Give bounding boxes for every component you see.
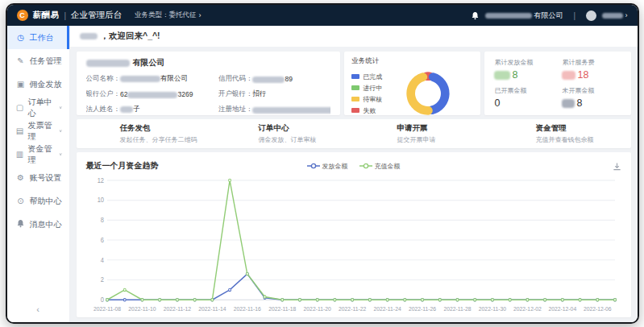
sidebar-item-funds[interactable]: ▥资金管理∨ [7, 143, 69, 166]
legend-swatch [351, 97, 359, 101]
stat-label: 累计发放金额 [494, 58, 562, 67]
legend-label: 发放金额 [322, 162, 348, 171]
legend-swatch [351, 74, 359, 79]
redacted-text [562, 71, 575, 80]
quick-action-title: 任务发包 [120, 123, 215, 134]
company-field-value: 有限公司 [120, 74, 188, 84]
redacted-text [86, 60, 130, 67]
brand-name: 薪酬易 [33, 10, 60, 21]
company-field-label: 信用代码： [218, 74, 253, 84]
sidebar-item-bell[interactable]: 消息中心 [7, 213, 69, 236]
header-divider: | [64, 11, 67, 20]
svg-text:12: 12 [97, 176, 103, 184]
stat-value: 18 [562, 69, 621, 81]
sidebar-item-orders[interactable]: ▢订单中心∨ [7, 96, 69, 119]
quick-action-desc: 发起任务、分享任务二维码 [120, 135, 215, 144]
svg-text:6: 6 [100, 236, 104, 243]
app-window: C 薪酬易 | 企业管理后台 业务类型：委托代征 › 有限公司 | › ◷工作台… [6, 3, 639, 324]
svg-text:2022-11-14: 2022-11-14 [198, 305, 226, 312]
funds-trend-card: 最近一个月资金趋势 发放金额充值金额 0246810122022-11-0820… [77, 152, 631, 317]
donut-legend-item[interactable]: 待审核 [351, 95, 382, 104]
settings-icon: ⚙ [16, 173, 26, 182]
welcome-banner: ，欢迎回来^_^! [70, 26, 638, 47]
stat-累计服务费: 累计服务费18 [562, 58, 621, 81]
bell-icon[interactable] [471, 11, 480, 20]
svg-text:8: 8 [100, 217, 104, 224]
svg-text:2022-11-28: 2022-11-28 [443, 305, 471, 312]
sidebar-item-help[interactable]: ⊙帮助中心 [7, 189, 69, 213]
bell-icon [16, 219, 26, 230]
chevron-right-icon: › [199, 11, 202, 19]
quick-actions: 任务发包发起任务、分享任务二维码订单中心佣金发放、订单审核申请开票提交开票申请资… [77, 119, 631, 148]
sidebar-item-settings[interactable]: ⚙账号设置 [7, 166, 69, 189]
quick-action-desc: 提交开票申请 [397, 135, 492, 144]
sidebar-item-label: 佣金发放 [30, 79, 62, 90]
header-company[interactable]: 有限公司 [485, 10, 563, 21]
redacted-text [562, 99, 575, 108]
donut-legend-item[interactable]: 进行中 [351, 84, 382, 93]
company-field-label: 注册地址： [218, 105, 253, 114]
svg-text:2022-12-06: 2022-12-06 [583, 305, 611, 312]
avatar[interactable] [586, 10, 596, 21]
legend-label: 待审核 [363, 95, 382, 104]
sidebar-item-workbench[interactable]: ◷工作台 [7, 26, 69, 49]
main-content: ，欢迎回来^_^! 有限公司 公司名称：有限公司信用代码：89银行公户：6232… [70, 26, 638, 322]
svg-text:2022-11-26: 2022-11-26 [408, 305, 435, 312]
sidebar-item-label: 任务管理 [30, 56, 62, 67]
legend-swatch [351, 108, 359, 113]
line-legend-item[interactable]: 发放金额 [307, 162, 348, 171]
quick-action-title: 申请开票 [397, 123, 492, 134]
sidebar-item-invoice[interactable]: ▤发票管理∨ [7, 119, 69, 143]
svg-text:2022-11-22: 2022-11-22 [339, 305, 366, 312]
quick-action-funds-management[interactable]: 资金管理充值并查看钱包余额 [492, 123, 631, 144]
download-icon[interactable] [613, 162, 621, 171]
commission-icon: ▣ [16, 80, 26, 89]
business-type-selector[interactable]: 业务类型：委托代征 › [135, 10, 202, 20]
workbench-icon: ◷ [16, 33, 26, 42]
redacted-text [494, 71, 510, 80]
donut-legend-item[interactable]: 失败 [351, 106, 382, 115]
welcome-text: ，欢迎回来^_^! [101, 31, 160, 42]
svg-text:2022-12-04: 2022-12-04 [548, 305, 576, 312]
legend-label: 已完成 [363, 72, 382, 81]
chevron-right-icon: › [625, 11, 628, 19]
quick-action-task-dispatch[interactable]: 任务发包发起任务、分享任务二维码 [77, 123, 215, 144]
user-menu[interactable]: › [602, 11, 628, 19]
company-info-card: 有限公司 公司名称：有限公司信用代码：89银行公户：623269开户银行：招行法… [77, 52, 341, 115]
quick-action-title: 订单中心 [259, 123, 354, 134]
redacted-text [485, 13, 532, 19]
company-field-label: 法人姓名： [86, 105, 121, 114]
quick-action-apply-invoice[interactable]: 申请开票提交开票申请 [354, 123, 492, 144]
sidebar-collapse-button[interactable]: ‹ [7, 298, 69, 322]
company-field-value [252, 106, 330, 114]
tasks-icon: ✎ [16, 56, 26, 65]
line-legend-item[interactable]: 充值金额 [359, 162, 401, 171]
quick-action-order-center[interactable]: 订单中心佣金发放、订单审核 [215, 123, 354, 144]
stat-label: 未开票金额 [562, 86, 621, 95]
quick-action-desc: 充值并查看钱包余额 [536, 135, 631, 144]
svg-text:2: 2 [100, 276, 103, 284]
legend-label: 进行中 [363, 84, 382, 93]
stat-value: 8 [562, 97, 621, 109]
redacted-text [252, 107, 330, 114]
sidebar-item-label: 账号设置 [30, 172, 62, 184]
company-field-value: 623269 [120, 90, 193, 98]
stat-已开票金额: 已开票金额0 [494, 86, 562, 109]
donut-legend-item[interactable]: 已完成 [351, 72, 382, 81]
stat-value: 0 [494, 97, 562, 109]
sidebar-item-commission[interactable]: ▣佣金发放 [7, 72, 69, 96]
redacted-text [127, 92, 177, 98]
top-header: C 薪酬易 | 企业管理后台 业务类型：委托代征 › 有限公司 | › [7, 5, 638, 26]
sidebar-item-label: 发票管理 [28, 120, 56, 143]
svg-text:0: 0 [100, 296, 104, 304]
company-field-label: 开户银行： [218, 89, 253, 99]
company-field-value: 招行 [252, 89, 266, 99]
legend-label: 充值金额 [375, 162, 401, 171]
company-field-value: 89 [252, 75, 292, 83]
svg-text:10: 10 [97, 197, 104, 204]
svg-text:2022-11-12: 2022-11-12 [163, 305, 190, 312]
redacted-text [120, 106, 133, 113]
legend-swatch [351, 85, 359, 90]
sidebar-item-tasks[interactable]: ✎任务管理 [7, 49, 69, 72]
business-donut-chart [403, 68, 453, 118]
